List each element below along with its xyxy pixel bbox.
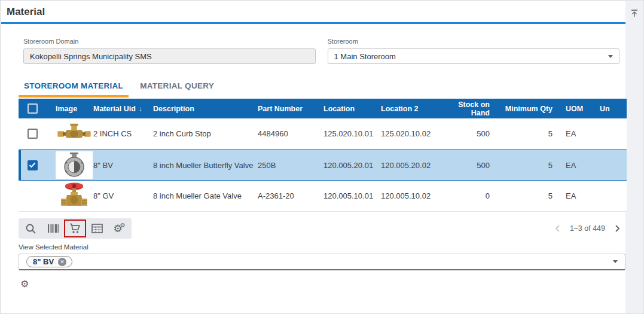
search-button[interactable]: [20, 220, 42, 237]
storeroom-label: Storeroom: [328, 38, 620, 45]
settings-gear-icon: ⚙: [20, 279, 29, 289]
sort-descending-icon: ↓: [139, 105, 142, 113]
select-all-checkbox[interactable]: [28, 103, 38, 114]
uom-cell: EA: [554, 129, 590, 138]
description-cell: 8 inch Mueller Butterfly Valve: [153, 161, 258, 170]
minimum-qty-cell: 5: [491, 129, 554, 138]
storeroom-field: Storeroom 1 Main Storeroom: [328, 38, 620, 64]
row-checkbox[interactable]: [28, 129, 38, 139]
table-header-row: Image Material Uid↓ Description Part Num…: [19, 99, 627, 118]
chip-label: 8" BV: [33, 257, 54, 266]
tab-material-query[interactable]: MATERIAL QUERY: [135, 78, 219, 97]
location-cell: 120.005.10.01: [323, 191, 381, 200]
row-checkbox-cell: [19, 129, 46, 139]
panel-settings-button[interactable]: ⚙: [20, 279, 29, 289]
location-2-cell: 120.005.10.02: [381, 191, 439, 200]
select-all-cell: [19, 103, 46, 114]
page-range-label: 1–3 of 449: [570, 224, 605, 233]
material-uid-cell: 8" GV: [93, 191, 153, 200]
header-divider: [1, 22, 625, 24]
shopping-cart-button[interactable]: [64, 220, 86, 237]
column-header-stock-on-hand[interactable]: Stock on Hand: [439, 100, 491, 117]
right-scroll-strip: [625, 1, 643, 313]
collapse-to-top-button[interactable]: [628, 7, 640, 19]
checkmark-icon: [29, 162, 36, 168]
barcode-button[interactable]: [42, 220, 64, 237]
tab-storeroom-material[interactable]: STOREROOM MATERIAL: [19, 78, 129, 97]
dropdown-caret-icon: [608, 55, 613, 58]
stock-on-hand-cell: 500: [439, 161, 491, 170]
table-footer: ⚙ ⚙ 1–3 of 449: [19, 218, 625, 239]
barcode-icon: [47, 224, 59, 233]
material-uid-cell: 8" BV: [93, 161, 153, 170]
image-cell: [46, 120, 93, 148]
column-header-image[interactable]: Image: [46, 105, 93, 113]
search-icon: [25, 223, 36, 234]
next-page-button[interactable]: [615, 224, 621, 233]
storeroom-domain-label: Storeroom Domain: [23, 38, 316, 45]
material-image-gate-valve: [56, 182, 93, 210]
material-image-butterfly-valve: [56, 151, 93, 179]
location-2-cell: 120.005.20.02: [381, 161, 439, 170]
chip-remove-icon[interactable]: ✕: [58, 258, 66, 266]
table-row[interactable]: 8" GV 8 inch Mueller Gate Valve A-2361-2…: [19, 181, 627, 212]
column-header-description[interactable]: Description: [153, 105, 258, 113]
column-header-part-number[interactable]: Part Number: [258, 105, 323, 113]
material-uid-cell: 2 INCH CS: [93, 129, 153, 138]
shopping-cart-icon: [69, 223, 81, 234]
chevron-right-icon: [615, 224, 621, 233]
uom-cell: EA: [554, 161, 590, 170]
column-header-location[interactable]: Location: [323, 105, 381, 113]
tab-label: MATERIAL QUERY: [140, 81, 214, 90]
storeroom-selected-value: 1 Main Storeroom: [334, 52, 396, 61]
description-cell: 2 inch Curb Stop: [153, 129, 258, 138]
storeroom-domain-input: Kokopelli Springs Municipality SMS: [23, 48, 316, 64]
material-image-curb-stop: [56, 120, 93, 148]
view-selected-material-select[interactable]: 8" BV ✕: [19, 254, 625, 270]
table-view-button[interactable]: [86, 220, 108, 237]
location-2-cell: 125.020.10.02: [381, 129, 439, 138]
part-number-cell: 4484960: [258, 129, 323, 138]
minimum-qty-cell: 5: [491, 191, 554, 200]
row-checkbox-checked[interactable]: [28, 160, 38, 170]
tab-label: STOREROOM MATERIAL: [24, 81, 123, 90]
description-cell: 8 inch Mueller Gate Valve: [153, 191, 258, 200]
storeroom-domain-value: Kokopelli Springs Municipality SMS: [30, 52, 152, 61]
storeroom-select[interactable]: 1 Main Storeroom: [328, 48, 620, 64]
column-header-unit-cost-truncated[interactable]: Un: [590, 105, 627, 113]
material-panel: Material Storeroom Domain Kokopelli Spri…: [0, 0, 644, 314]
table-row[interactable]: 2 INCH CS 2 inch Curb Stop 4484960 125.0…: [19, 118, 627, 150]
image-cell: [46, 151, 93, 179]
table-settings-button[interactable]: ⚙ ⚙: [108, 220, 130, 237]
stock-on-hand-cell: 0: [439, 191, 491, 200]
view-selected-material-label: View Selected Material: [19, 243, 88, 251]
storeroom-domain-field: Storeroom Domain Kokopelli Springs Munic…: [23, 38, 316, 64]
uom-cell: EA: [554, 191, 590, 200]
table-view-icon: [91, 224, 103, 233]
minimum-qty-cell: 5: [491, 161, 554, 170]
dropdown-caret-icon: [613, 260, 618, 263]
column-header-uom[interactable]: UOM: [554, 105, 590, 113]
location-cell: 125.020.10.01: [323, 129, 381, 138]
column-header-material-uid[interactable]: Material Uid↓: [93, 105, 153, 113]
part-number-cell: A-2361-20: [258, 191, 323, 200]
column-header-location-2[interactable]: Location 2: [381, 105, 439, 113]
page-title: Material: [7, 6, 45, 18]
stock-on-hand-cell: 500: [439, 129, 491, 138]
table-toolbar: ⚙ ⚙: [19, 218, 132, 239]
material-tabs: STOREROOM MATERIAL MATERIAL QUERY: [19, 78, 219, 97]
previous-page-button[interactable]: [554, 224, 560, 233]
row-checkbox-cell: [19, 160, 46, 170]
gears-small-icon: ⚙: [120, 222, 126, 228]
part-number-cell: 250B: [258, 161, 323, 170]
location-cell: 120.005.20.01: [323, 161, 381, 170]
image-cell: [46, 182, 93, 210]
selected-material-chip[interactable]: 8" BV ✕: [26, 256, 72, 267]
storeroom-material-table: Image Material Uid↓ Description Part Num…: [19, 99, 627, 212]
active-tab-underline: [19, 95, 129, 97]
column-header-minimum-qty[interactable]: Minimum Qty: [491, 105, 554, 113]
collapse-top-icon: [630, 8, 639, 18]
pagination: 1–3 of 449: [554, 224, 621, 233]
storeroom-form: Storeroom Domain Kokopelli Springs Munic…: [23, 38, 619, 64]
table-row-selected[interactable]: 8" BV 8 inch Mueller Butterfly Valve 250…: [19, 150, 627, 181]
